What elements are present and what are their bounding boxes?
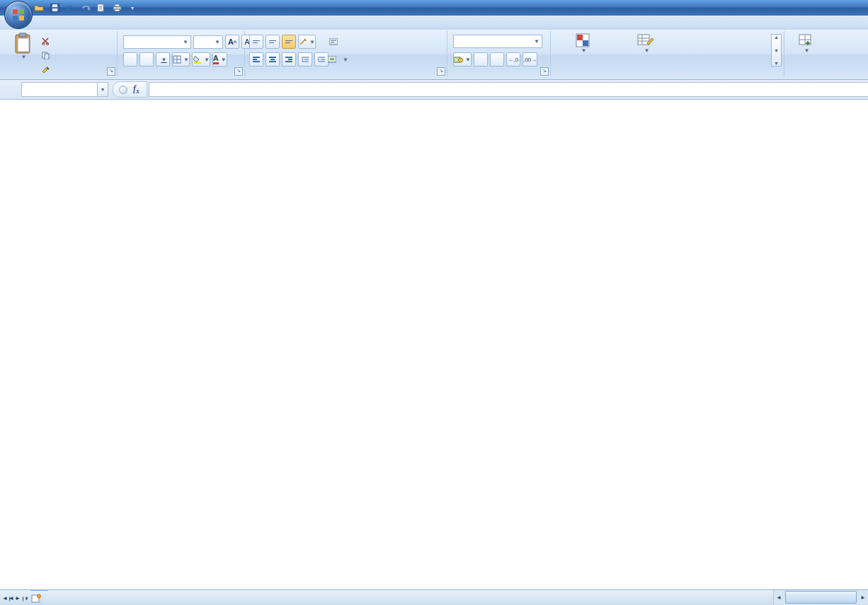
cut-button[interactable] — [41, 34, 55, 48]
format-as-table-button[interactable]: ▼ — [613, 33, 678, 54]
italic-button[interactable] — [139, 52, 154, 67]
decrease-decimal-button[interactable]: ,00→ — [522, 52, 537, 67]
insert-function-button[interactable]: fx — [113, 81, 147, 98]
horizontal-scrollbar[interactable]: ◄ ► — [773, 590, 868, 604]
quick-access-toolbar: ▾ — [33, 1, 139, 14]
copy-icon — [42, 52, 50, 59]
prev-sheet-icon[interactable]: ◄ — [8, 595, 14, 601]
scissors-icon — [42, 38, 50, 45]
save-icon[interactable] — [48, 2, 61, 13]
conditional-formatting-button[interactable]: ▼ — [552, 33, 613, 54]
paste-button[interactable]: ▼ — [6, 33, 40, 60]
ribbon: ▼ ↘ ▼ ▼ A˄ A˅ ▼ ▼ ▼ — [0, 30, 868, 80]
align-bottom-button[interactable] — [282, 35, 296, 49]
column-headers — [0, 100, 868, 113]
fx-orb-icon — [119, 86, 127, 94]
office-logo-icon — [13, 9, 24, 21]
sheet-nav-buttons: ◄❙ ◄ ► ❙► — [0, 590, 29, 605]
conditional-formatting-icon — [575, 33, 590, 47]
increase-indent-button[interactable] — [314, 52, 329, 67]
gallery-more-icon[interactable]: ▼ — [774, 61, 779, 66]
ribbon-group-cells: ▼ — [784, 31, 868, 76]
comma-style-button[interactable] — [490, 52, 504, 67]
formula-bar: ▼ fx — [0, 80, 868, 100]
styles-gallery-scroll[interactable]: ▲▼▼ — [771, 34, 782, 67]
orientation-button[interactable]: ▼ — [298, 35, 316, 49]
font-dialog-launcher-icon[interactable]: ↘ — [234, 67, 243, 76]
number-dialog-launcher-icon[interactable]: ↘ — [540, 67, 549, 76]
borders-icon — [173, 55, 181, 64]
decrease-indent-button[interactable] — [298, 52, 312, 67]
percent-style-button[interactable] — [474, 52, 488, 67]
ribbon-group-clipboard: ▼ ↘ — [0, 31, 118, 76]
scrollbar-thumb[interactable] — [785, 591, 857, 604]
format-painter-button[interactable] — [41, 62, 55, 76]
merge-center-icon — [328, 56, 336, 63]
increase-indent-icon — [317, 56, 326, 63]
insert-cells-button[interactable]: ▼ — [787, 33, 824, 54]
underline-button[interactable]: ▼ — [156, 52, 170, 67]
scroll-right-icon[interactable]: ► — [858, 594, 868, 601]
qat-dropdown-icon[interactable]: ▾ — [126, 2, 139, 13]
undo-icon[interactable] — [64, 2, 76, 13]
scroll-left-icon[interactable]: ◄ — [774, 594, 784, 601]
fill-color-button[interactable]: ▼ — [192, 52, 210, 67]
sort-icon[interactable] — [95, 2, 108, 13]
first-sheet-icon[interactable]: ◄❙ — [2, 595, 8, 601]
font-family-select[interactable]: ▼ — [123, 35, 191, 49]
ribbon-group-number: ▼ ▼ ←,0 ,00→ ↘ — [447, 31, 551, 76]
align-middle-button[interactable] — [265, 35, 280, 49]
wrap-text-button[interactable] — [327, 35, 341, 49]
align-left-button[interactable] — [249, 52, 263, 67]
ribbon-group-alignment: ▼ ▼ ↘ — [245, 31, 447, 76]
orientation-icon — [299, 38, 307, 46]
font-size-select[interactable]: ▼ — [193, 35, 223, 49]
ribbon-group-font: ▼ ▼ A˄ A˅ ▼ ▼ ▼ А▼ ↘ — [118, 31, 245, 76]
next-sheet-icon[interactable]: ► — [15, 595, 21, 601]
currency-icon — [454, 56, 463, 64]
ribbon-tab-strip — [0, 16, 868, 30]
align-top-button[interactable] — [249, 35, 263, 49]
wrap-text-icon — [329, 38, 338, 45]
decrease-indent-icon — [301, 56, 309, 63]
clipboard-dialog-launcher-icon[interactable]: ↘ — [107, 67, 115, 76]
last-sheet-icon[interactable]: ❙► — [21, 595, 27, 601]
clipboard-icon — [13, 33, 32, 54]
borders-button[interactable]: ▼ — [172, 52, 190, 67]
name-box-dropdown-icon[interactable]: ▼ — [98, 82, 108, 97]
insert-worksheet-icon — [31, 594, 41, 603]
grow-font-button[interactable]: A˄ — [225, 35, 239, 49]
alignment-dialog-launcher-icon[interactable]: ↘ — [437, 67, 445, 76]
insert-cells-icon — [798, 33, 813, 47]
office-button[interactable] — [4, 1, 33, 29]
chart-title-cell[interactable] — [23, 347, 489, 362]
formula-input[interactable] — [149, 82, 868, 97]
increase-decimal-button[interactable]: ←,0 — [506, 52, 520, 67]
paste-dropdown-icon: ▼ — [21, 54, 27, 60]
align-center-button[interactable] — [265, 52, 280, 67]
merge-center-button[interactable]: ▼ — [327, 52, 349, 67]
open-icon[interactable] — [33, 2, 45, 13]
sheet-tab-bar: ◄❙ ◄ ► ❙► — [0, 589, 868, 605]
gallery-down-icon[interactable]: ▼ — [774, 48, 779, 53]
accounting-format-button[interactable]: ▼ — [453, 52, 472, 67]
ribbon-group-styles: ▼ ▼ ▲▼▼ — [551, 31, 784, 76]
align-right-button[interactable] — [282, 52, 296, 67]
gallery-up-icon[interactable]: ▲ — [774, 35, 779, 40]
number-format-select[interactable]: ▼ — [453, 35, 542, 48]
print-icon[interactable] — [110, 2, 123, 13]
fill-color-icon — [193, 55, 202, 64]
format-as-table-icon — [637, 33, 654, 47]
fx-icon: fx — [133, 83, 139, 95]
name-box[interactable] — [21, 82, 98, 97]
brush-icon — [42, 66, 50, 74]
copy-button[interactable] — [41, 48, 55, 62]
bold-button[interactable] — [123, 52, 137, 67]
font-color-button[interactable]: А▼ — [212, 52, 227, 67]
redo-icon[interactable] — [79, 2, 92, 13]
